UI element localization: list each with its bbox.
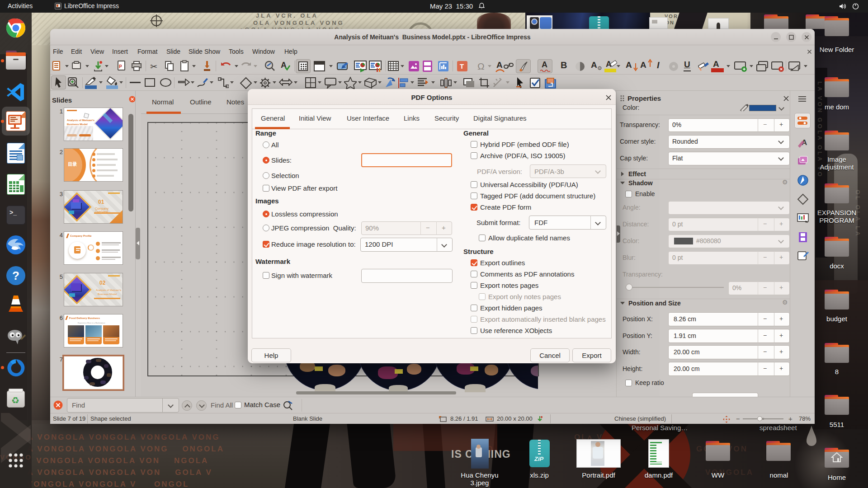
svg-text:?: ? (12, 269, 19, 282)
